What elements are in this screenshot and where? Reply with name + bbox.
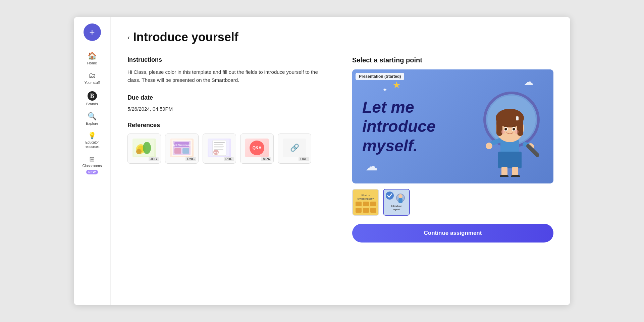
svg-point-56 (386, 192, 394, 200)
star-white-icon: ✦ (382, 86, 387, 94)
page-header: ‹ Introduce yourself (127, 30, 553, 44)
svg-rect-15 (214, 146, 224, 147)
page-title: Introduce yourself (133, 30, 238, 44)
sidebar-item-home-label: Home (87, 61, 97, 65)
ref-badge-url: URL (299, 157, 309, 161)
svg-rect-51 (370, 202, 376, 206)
presentation-card[interactable]: Presentation (Started) ★ ✦ ☁ ☁ Let me in… (352, 69, 553, 183)
svg-text:img: img (214, 152, 218, 154)
svg-rect-50 (363, 202, 369, 206)
svg-rect-23 (498, 152, 522, 168)
due-date-value: 5/26/2024, 04:59PM (127, 106, 332, 112)
ref-badge-jpg: JPG (149, 157, 159, 161)
left-column: Instructions Hi Class, please color in t… (127, 56, 332, 243)
cloud-icon-1: ☁ (524, 76, 533, 87)
starting-point-title: Select a starting point (352, 56, 553, 64)
presentation-label: Presentation (Started) (356, 73, 404, 80)
link-icon: 🔗 (290, 144, 299, 152)
svg-rect-59 (398, 198, 402, 203)
svg-rect-52 (356, 208, 362, 213)
svg-point-39 (501, 130, 505, 134)
svg-point-35 (505, 128, 506, 130)
svg-point-38 (513, 128, 515, 130)
brands-icon: B (88, 91, 97, 101)
svg-point-58 (398, 194, 402, 198)
svg-rect-49 (356, 202, 362, 206)
classrooms-icon: ⊞ (89, 156, 95, 162)
right-column: Select a starting point Presentation (St… (352, 56, 553, 243)
ref-png-preview: Art Showcase (170, 139, 194, 157)
svg-text:Art Showcase: Art Showcase (173, 144, 191, 147)
add-button[interactable]: + (84, 23, 101, 41)
new-badge: NEW (86, 170, 98, 174)
thumb-yellow-preview: What is My Backpack? (353, 190, 378, 215)
ref-mp4-preview: Q&A (245, 139, 269, 157)
references-grid: JPG Art Showcase (127, 133, 332, 164)
sidebar-item-brands[interactable]: B Brands (74, 88, 110, 109)
svg-rect-26 (500, 175, 508, 177)
ref-badge-mp4: MP4 (261, 157, 271, 161)
thumbnail-strip: What is My Backpack? (352, 189, 553, 216)
svg-point-3 (143, 142, 151, 154)
svg-text:My Backpack?: My Backpack? (358, 198, 374, 200)
references-title: References (127, 122, 332, 129)
ref-item-pdf[interactable]: img PDF (203, 133, 236, 164)
svg-rect-16 (214, 148, 223, 148)
sidebar-item-explore-label: Explore (86, 121, 98, 125)
svg-point-4 (136, 149, 142, 154)
ref-item-mp4[interactable]: Q&A MP4 (240, 133, 274, 164)
sidebar: + 🏠 Home 🗂 Your stuff B Brands 🔍 Explore… (74, 17, 111, 305)
svg-rect-31 (517, 119, 523, 136)
app-window: + 🏠 Home 🗂 Your stuff B Brands 🔍 Explore… (74, 17, 570, 305)
ref-badge-pdf: PDF (224, 157, 234, 161)
svg-rect-53 (363, 208, 369, 213)
presentation-text-area: Let me introduce myself. (362, 98, 476, 156)
sidebar-item-explore[interactable]: 🔍 Explore (74, 109, 110, 129)
presentation-big-text: Let me introduce myself. (362, 98, 476, 156)
due-date-title: Due date (127, 94, 332, 101)
explore-icon: 🔍 (88, 113, 97, 120)
svg-point-40 (515, 130, 519, 134)
instructions-text: Hi Class, please color in this template … (127, 68, 332, 84)
thumb-blue-preview: Introduce myself (384, 190, 409, 215)
main-content: ‹ Introduce yourself Instructions Hi Cla… (111, 17, 570, 305)
ref-url-preview: 🔗 (283, 139, 306, 157)
two-col-layout: Instructions Hi Class, please color in t… (127, 56, 553, 243)
sidebar-item-classrooms-label: Classrooms (82, 164, 102, 168)
ref-pdf-preview: img (208, 139, 231, 157)
thumbnail-2[interactable]: Introduce myself (383, 189, 410, 216)
ref-item-url[interactable]: 🔗 URL (278, 133, 311, 164)
continue-assignment-button[interactable]: Continue assignment (352, 224, 553, 243)
educator-resources-icon: 💡 (88, 132, 96, 139)
back-button[interactable]: ‹ (127, 34, 130, 41)
svg-text:myself: myself (393, 208, 400, 211)
thumbnail-1[interactable]: What is My Backpack? (352, 189, 379, 216)
svg-rect-14 (214, 144, 223, 145)
sidebar-item-brands-label: Brands (86, 102, 98, 106)
ref-badge-png: PNG (185, 157, 196, 161)
girl-illustration (476, 76, 543, 177)
qa-icon: Q&A (250, 141, 264, 155)
sidebar-item-educator-resources-label: Educatorresources (85, 140, 100, 149)
sidebar-item-your-stuff-label: Your stuff (85, 80, 100, 85)
star-yellow-icon: ★ (392, 79, 401, 91)
presentation-visual: ★ ✦ ☁ ☁ Let me introduce myself. (352, 69, 553, 183)
your-stuff-icon: 🗂 (89, 72, 96, 79)
sidebar-item-classrooms[interactable]: ⊞ Classrooms NEW (74, 152, 110, 178)
home-icon: 🏠 (88, 52, 97, 60)
sidebar-item-home[interactable]: 🏠 Home (74, 49, 110, 68)
sidebar-item-your-stuff[interactable]: 🗂 Your stuff (74, 68, 110, 88)
cloud-icon-2: ☁ (366, 159, 378, 173)
svg-rect-54 (370, 208, 376, 213)
svg-rect-30 (496, 119, 502, 136)
svg-rect-9 (174, 148, 181, 154)
svg-rect-10 (182, 148, 189, 154)
svg-point-43 (486, 143, 492, 149)
svg-rect-32 (516, 116, 519, 120)
svg-text:What is: What is (362, 194, 370, 197)
ref-jpg-preview (132, 139, 156, 157)
sidebar-item-educator-resources[interactable]: 💡 Educatorresources (74, 129, 110, 152)
ref-item-png[interactable]: Art Showcase PNG (165, 133, 199, 164)
ref-item-jpg[interactable]: JPG (127, 133, 161, 164)
instructions-title: Instructions (127, 56, 332, 63)
